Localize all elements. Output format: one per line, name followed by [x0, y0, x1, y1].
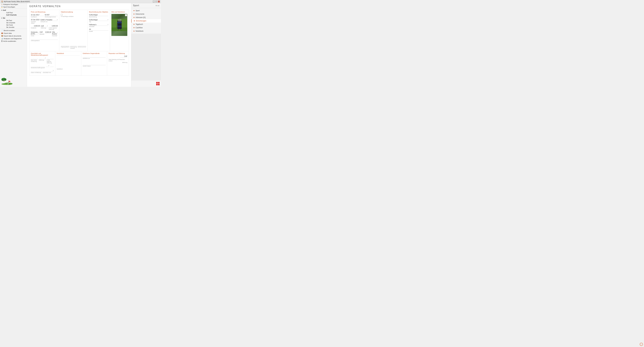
section-title-objekt: Objektverwaltung [61, 11, 86, 13]
reparatur-chf-value[interactable]: CHF [120, 55, 127, 57]
geschaetzt-wahrung-icon[interactable]: ▼ [45, 57, 46, 59]
wieder-wahrung-icon[interactable]: ▼ [48, 65, 49, 66]
sidebar-item-ski[interactable]: ⊟ Ski [0, 17, 27, 19]
sidebar-item-golf-charlotte[interactable]: Golf Charlotte [0, 14, 27, 16]
app-title: MyPrivate Family Office [Build 80287] [4, 1, 30, 2]
geschaetzt-wahrung-label: Währung [39, 59, 46, 61]
konto-value[interactable]: Girokonto [CHF] [31, 31, 38, 35]
sidebar-item-golf[interactable]: ⊟ Golf [0, 9, 27, 11]
right-nav-adressen[interactable]: Adressen [G] [131, 16, 161, 19]
sidebar-item-analysen[interactable]: 📊 Analysen und Diagramme [0, 37, 27, 40]
verkauft-von-label: Verkauft von [40, 21, 58, 22]
typ-dropdown-icon[interactable]: ▼ [108, 19, 108, 20]
wiederbeschaffung-value[interactable] [31, 65, 45, 67]
haushalt-dropdown-icon[interactable]: ▼ [57, 32, 58, 34]
datum-schaetzung-label: Datum Schätzung [31, 72, 42, 73]
svg-rect-26 [120, 19, 120, 19]
notizblock-nav-dot [134, 31, 134, 31]
sidebar-item-export-data[interactable]: 📤 Export data [0, 32, 27, 34]
sidebar-item-golf-paul[interactable]: Golf Paul [0, 11, 27, 14]
verleih-datum-value[interactable] [83, 63, 106, 65]
sidebar-item-kategorie[interactable]: 📋 Kategorie hinzufügen [0, 3, 27, 6]
dropdown-icon[interactable]: ▼ [57, 19, 58, 20]
close-button[interactable]: × [158, 0, 160, 2]
seriennummer-value[interactable] [78, 44, 86, 46]
right-nav-notizblock[interactable]: Notizblock [131, 29, 161, 33]
belastet-value-field[interactable]: 3,500.00 [45, 31, 51, 33]
garantie-value[interactable]: 10 Jan 2019 [31, 19, 40, 21]
maximize-button[interactable]: □ [155, 0, 157, 2]
right-nav-cashflow[interactable]: Cashflow [131, 26, 161, 29]
nachfolge-checkbox[interactable] [61, 14, 62, 16]
eigene-wahrung-label: In der eigenen Währung [49, 27, 58, 30]
sidebar-item-ski-frank[interactable]: Ski Frank [0, 24, 27, 26]
svg-rect-19 [119, 19, 120, 21]
right-panel-title: Sport [133, 4, 139, 7]
adressen-nav-dot [134, 17, 134, 18]
verleih-datum-label: Verleih Datum [83, 65, 106, 67]
hersteller-value[interactable]: Halloway's [89, 24, 108, 25]
dokumente-nav-dot [134, 14, 134, 14]
kaufdatum-value[interactable]: 10 Jan 2017 [31, 14, 44, 16]
svg-rect-16 [118, 26, 122, 26]
wiederbeschaffung-label: Wiederbeschaffungswert [31, 67, 45, 68]
entsorgung-value[interactable] [70, 44, 77, 46]
wahrung-dropdown-icon[interactable]: ▼ [47, 25, 48, 26]
geschaetzt-eigene-value[interactable] [47, 57, 54, 59]
eigene-wahrung-value[interactable]: 3,850.00 [49, 25, 58, 27]
sidebar-item-ski-paul[interactable]: Ski Paul [0, 19, 27, 21]
rechnungsnummer-value[interactable]: 63 837 [45, 14, 58, 16]
wahrung-value[interactable]: CHF [41, 25, 47, 27]
titlebar-controls[interactable]: _ □ × [153, 0, 160, 2]
abgangsdatum-value[interactable] [61, 44, 70, 46]
einrichtungen-nav-dot [134, 20, 135, 21]
wert-label: Wert letzte Schätzung [31, 59, 38, 62]
sidebar-item-archiv[interactable]: 🗄 Archiv ausblenden [0, 40, 27, 42]
beschreibung-value[interactable]: Golfschläger [89, 14, 108, 16]
verliehen-an-label: Verliehen an [83, 58, 106, 59]
hersteller-dropdown-icon[interactable]: ▼ [108, 24, 108, 25]
sidebar-item-ski-jennifer[interactable]: Ski Jennifer [0, 26, 27, 28]
right-nav-sport[interactable]: Sport [131, 9, 161, 12]
sport-nav-dot [134, 10, 134, 11]
zahlungsdatum-value[interactable] [31, 38, 58, 40]
konto-dropdown-icon[interactable]: ▼ [38, 32, 39, 34]
minimize-button[interactable]: _ [153, 0, 155, 2]
notizblock-label: Notizblock [57, 68, 80, 70]
section-title-notiz: Notizblock [57, 52, 80, 54]
export-data-icon: 📤 [1, 32, 3, 34]
notizblock-textarea[interactable] [57, 55, 80, 68]
belastet-wahrung-value[interactable]: CHF [40, 31, 44, 33]
sidebar-item-ski-charlotte[interactable]: Ski Charlotte [0, 21, 27, 24]
section-notizblock: Notizblock Notizblock [55, 51, 81, 75]
right-panel: Sport Aa aa Sport Dokumente Adressen [G]… [131, 3, 161, 87]
wahrung-label: Währung [41, 27, 48, 29]
verkauft-von-value[interactable]: Golfer's Paradise [40, 19, 57, 20]
svg-rect-27 [120, 19, 121, 19]
svg-rect-3 [4, 80, 4, 81]
typ-label: Typ [89, 21, 108, 22]
geschaetzt-von-label: Geschätzt von [43, 72, 54, 73]
section-preis: Preis und Bewertung 10 Jan 2017 Kaufdatu… [30, 10, 60, 51]
sidebar-item-export-docs[interactable]: 📦 Export data & documents [0, 34, 27, 37]
geschaetzt-von-icon[interactable]: ▼ [52, 70, 54, 71]
page-title: GERÄTE VERWALTEN [29, 5, 129, 8]
right-nav-einrichtungen[interactable]: Einrichtungen [131, 19, 161, 22]
typ-value[interactable]: Golfschläger [89, 19, 108, 20]
right-nav-tagebuch[interactable]: Tagebuch [131, 22, 161, 26]
kaufpreis-value[interactable]: 3,500.00 [31, 25, 40, 27]
wieder-eigene-value[interactable] [50, 65, 54, 67]
kaufdatum-label: Kaufdatum [31, 16, 44, 17]
section-title-geschaetzt: Geschätzt und Wiederbeschaffungswert [31, 52, 54, 56]
zahlungsdatum-label: Zahlungsdatum [31, 40, 58, 41]
haushalt-value[interactable]: Villa Acacia [52, 31, 57, 35]
sidebar-item-bericht[interactable]: 📄 Bericht erstellen [0, 29, 27, 32]
verliehen-an-value[interactable] [83, 55, 106, 57]
main-content: GERÄTE VERWALTEN Preis und Bewertung 10 … [27, 3, 131, 87]
right-nav-dokumente[interactable]: Dokumente [131, 12, 161, 16]
sidebar-item-sport-add[interactable]: 🏅 Sport hinzufügen [0, 6, 27, 8]
image-action-icon[interactable]: □ [125, 14, 127, 16]
modell-value[interactable]: JH [89, 28, 108, 30]
wert-value[interactable] [31, 57, 38, 59]
datum-schaetzung-value[interactable] [31, 69, 42, 72]
